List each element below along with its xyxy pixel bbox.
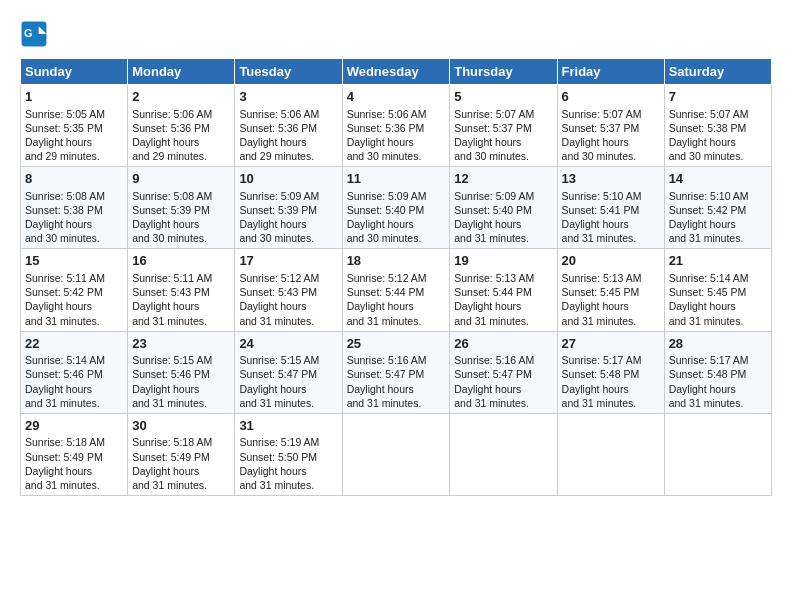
sunset-label: Sunset: 5:38 PM: [669, 122, 747, 134]
daylight-value: and 31 minutes.: [239, 479, 314, 491]
sunset-label: Sunset: 5:42 PM: [25, 286, 103, 298]
daylight-label: Daylight hours: [25, 383, 92, 395]
sunset-label: Sunset: 5:49 PM: [25, 451, 103, 463]
day-number: 23: [132, 335, 230, 353]
sunrise-label: Sunrise: 5:19 AM: [239, 436, 319, 448]
sunset-label: Sunset: 5:39 PM: [132, 204, 210, 216]
daylight-value: and 31 minutes.: [25, 315, 100, 327]
sunset-label: Sunset: 5:38 PM: [25, 204, 103, 216]
sunrise-label: Sunrise: 5:13 AM: [562, 272, 642, 284]
day-number: 24: [239, 335, 337, 353]
day-number: 17: [239, 252, 337, 270]
daylight-value: and 31 minutes.: [132, 397, 207, 409]
daylight-label: Daylight hours: [132, 465, 199, 477]
sunset-label: Sunset: 5:44 PM: [347, 286, 425, 298]
daylight-value: and 31 minutes.: [239, 397, 314, 409]
daylight-value: and 29 minutes.: [239, 150, 314, 162]
daylight-value: and 31 minutes.: [669, 232, 744, 244]
day-number: 30: [132, 417, 230, 435]
day-number: 13: [562, 170, 660, 188]
sunrise-label: Sunrise: 5:08 AM: [25, 190, 105, 202]
daylight-label: Daylight hours: [25, 300, 92, 312]
sunrise-label: Sunrise: 5:07 AM: [454, 108, 534, 120]
daylight-label: Daylight hours: [562, 218, 629, 230]
day-number: 7: [669, 88, 767, 106]
calendar-cell: 4Sunrise: 5:06 AMSunset: 5:36 PMDaylight…: [342, 85, 450, 167]
sunrise-label: Sunrise: 5:05 AM: [25, 108, 105, 120]
daylight-label: Daylight hours: [239, 218, 306, 230]
sunset-label: Sunset: 5:36 PM: [347, 122, 425, 134]
calendar-cell: [557, 413, 664, 495]
calendar-cell: 16Sunrise: 5:11 AMSunset: 5:43 PMDayligh…: [128, 249, 235, 331]
daylight-value: and 31 minutes.: [132, 315, 207, 327]
daylight-value: and 31 minutes.: [562, 232, 637, 244]
sunrise-label: Sunrise: 5:06 AM: [239, 108, 319, 120]
sunset-label: Sunset: 5:39 PM: [239, 204, 317, 216]
page-header: G: [20, 16, 772, 48]
day-number: 10: [239, 170, 337, 188]
day-header-friday: Friday: [557, 59, 664, 85]
day-number: 14: [669, 170, 767, 188]
calendar-cell: 17Sunrise: 5:12 AMSunset: 5:43 PMDayligh…: [235, 249, 342, 331]
daylight-label: Daylight hours: [454, 300, 521, 312]
day-number: 22: [25, 335, 123, 353]
daylight-label: Daylight hours: [669, 300, 736, 312]
daylight-label: Daylight hours: [454, 218, 521, 230]
daylight-value: and 31 minutes.: [25, 479, 100, 491]
sunset-label: Sunset: 5:41 PM: [562, 204, 640, 216]
day-number: 29: [25, 417, 123, 435]
calendar-cell: 27Sunrise: 5:17 AMSunset: 5:48 PMDayligh…: [557, 331, 664, 413]
daylight-label: Daylight hours: [562, 300, 629, 312]
calendar-cell: 25Sunrise: 5:16 AMSunset: 5:47 PMDayligh…: [342, 331, 450, 413]
day-number: 6: [562, 88, 660, 106]
daylight-value: and 29 minutes.: [132, 150, 207, 162]
day-number: 27: [562, 335, 660, 353]
sunrise-label: Sunrise: 5:07 AM: [562, 108, 642, 120]
calendar-cell: 24Sunrise: 5:15 AMSunset: 5:47 PMDayligh…: [235, 331, 342, 413]
daylight-value: and 31 minutes.: [347, 397, 422, 409]
day-number: 16: [132, 252, 230, 270]
sunrise-label: Sunrise: 5:09 AM: [239, 190, 319, 202]
sunset-label: Sunset: 5:48 PM: [669, 368, 747, 380]
sunrise-label: Sunrise: 5:12 AM: [239, 272, 319, 284]
daylight-label: Daylight hours: [132, 218, 199, 230]
sunset-label: Sunset: 5:47 PM: [347, 368, 425, 380]
calendar-cell: 9Sunrise: 5:08 AMSunset: 5:39 PMDaylight…: [128, 167, 235, 249]
logo: G: [20, 20, 50, 48]
day-header-sunday: Sunday: [21, 59, 128, 85]
sunset-label: Sunset: 5:36 PM: [239, 122, 317, 134]
day-number: 31: [239, 417, 337, 435]
sunset-label: Sunset: 5:47 PM: [454, 368, 532, 380]
daylight-label: Daylight hours: [239, 136, 306, 148]
sunrise-label: Sunrise: 5:09 AM: [454, 190, 534, 202]
sunrise-label: Sunrise: 5:14 AM: [25, 354, 105, 366]
sunset-label: Sunset: 5:44 PM: [454, 286, 532, 298]
sunset-label: Sunset: 5:40 PM: [347, 204, 425, 216]
day-number: 2: [132, 88, 230, 106]
day-number: 28: [669, 335, 767, 353]
day-header-thursday: Thursday: [450, 59, 557, 85]
sunset-label: Sunset: 5:35 PM: [25, 122, 103, 134]
daylight-label: Daylight hours: [347, 136, 414, 148]
day-number: 9: [132, 170, 230, 188]
calendar-cell: 7Sunrise: 5:07 AMSunset: 5:38 PMDaylight…: [664, 85, 771, 167]
calendar-cell: 18Sunrise: 5:12 AMSunset: 5:44 PMDayligh…: [342, 249, 450, 331]
daylight-value: and 30 minutes.: [25, 232, 100, 244]
sunset-label: Sunset: 5:48 PM: [562, 368, 640, 380]
sunset-label: Sunset: 5:40 PM: [454, 204, 532, 216]
calendar-cell: [664, 413, 771, 495]
day-number: 21: [669, 252, 767, 270]
calendar-cell: 10Sunrise: 5:09 AMSunset: 5:39 PMDayligh…: [235, 167, 342, 249]
daylight-value: and 31 minutes.: [454, 232, 529, 244]
daylight-value: and 31 minutes.: [454, 315, 529, 327]
day-header-monday: Monday: [128, 59, 235, 85]
sunrise-label: Sunrise: 5:13 AM: [454, 272, 534, 284]
sunrise-label: Sunrise: 5:16 AM: [454, 354, 534, 366]
sunset-label: Sunset: 5:50 PM: [239, 451, 317, 463]
calendar-cell: 1Sunrise: 5:05 AMSunset: 5:35 PMDaylight…: [21, 85, 128, 167]
daylight-value: and 31 minutes.: [562, 315, 637, 327]
daylight-value: and 30 minutes.: [669, 150, 744, 162]
day-number: 25: [347, 335, 446, 353]
daylight-value: and 30 minutes.: [239, 232, 314, 244]
day-number: 26: [454, 335, 552, 353]
